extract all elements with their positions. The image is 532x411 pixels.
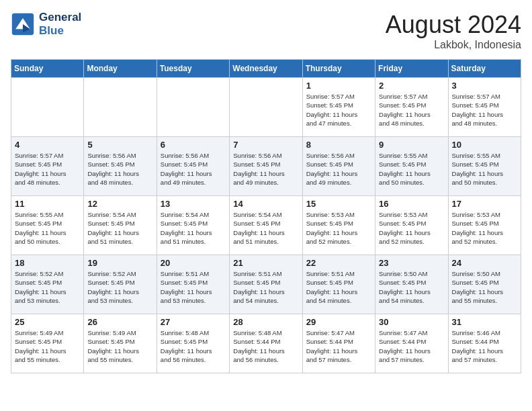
day-info: Sunrise: 5:52 AM Sunset: 5:45 PM Dayligh…: [87, 269, 152, 305]
day-number: 1: [306, 81, 371, 91]
day-info: Sunrise: 5:57 AM Sunset: 5:45 PM Dayligh…: [306, 92, 371, 128]
day-number: 7: [233, 140, 298, 150]
day-number: 16: [379, 199, 444, 209]
calendar-cell: 6Sunrise: 5:56 AM Sunset: 5:45 PM Daylig…: [157, 137, 229, 196]
day-number: 9: [379, 140, 444, 150]
week-row-5: 25Sunrise: 5:49 AM Sunset: 5:45 PM Dayli…: [11, 314, 521, 373]
col-header-monday: Monday: [84, 60, 157, 78]
col-header-thursday: Thursday: [302, 60, 375, 78]
col-header-friday: Friday: [375, 60, 448, 78]
day-info: Sunrise: 5:49 AM Sunset: 5:45 PM Dayligh…: [15, 328, 80, 364]
day-info: Sunrise: 5:51 AM Sunset: 5:45 PM Dayligh…: [161, 269, 226, 305]
col-header-tuesday: Tuesday: [157, 60, 229, 78]
day-number: 2: [379, 81, 444, 91]
calendar-cell: 17Sunrise: 5:53 AM Sunset: 5:45 PM Dayli…: [448, 196, 521, 255]
logo-icon: [11, 12, 35, 36]
day-info: Sunrise: 5:55 AM Sunset: 5:45 PM Dayligh…: [452, 151, 517, 187]
day-info: Sunrise: 5:53 AM Sunset: 5:45 PM Dayligh…: [379, 210, 444, 246]
calendar-cell: 2Sunrise: 5:57 AM Sunset: 5:45 PM Daylig…: [375, 78, 448, 137]
calendar-cell: 27Sunrise: 5:48 AM Sunset: 5:45 PM Dayli…: [157, 314, 229, 373]
day-number: 18: [15, 258, 80, 268]
calendar-cell: 20Sunrise: 5:51 AM Sunset: 5:45 PM Dayli…: [157, 255, 229, 314]
page-header: General Blue August 2024 Lakbok, Indones…: [11, 11, 521, 51]
calendar-cell: 11Sunrise: 5:55 AM Sunset: 5:45 PM Dayli…: [11, 196, 84, 255]
calendar-cell: 29Sunrise: 5:47 AM Sunset: 5:44 PM Dayli…: [302, 314, 375, 373]
calendar-cell: 9Sunrise: 5:55 AM Sunset: 5:45 PM Daylig…: [375, 137, 448, 196]
header-row: SundayMondayTuesdayWednesdayThursdayFrid…: [11, 60, 521, 78]
calendar-cell: 25Sunrise: 5:49 AM Sunset: 5:45 PM Dayli…: [11, 314, 84, 373]
calendar-cell: 19Sunrise: 5:52 AM Sunset: 5:45 PM Dayli…: [84, 255, 157, 314]
day-info: Sunrise: 5:57 AM Sunset: 5:45 PM Dayligh…: [15, 151, 80, 187]
day-number: 10: [452, 140, 517, 150]
month-year: August 2024: [386, 11, 521, 39]
calendar-cell: [230, 78, 302, 137]
day-info: Sunrise: 5:50 AM Sunset: 5:45 PM Dayligh…: [379, 269, 444, 305]
day-info: Sunrise: 5:47 AM Sunset: 5:44 PM Dayligh…: [379, 328, 444, 364]
day-number: 23: [379, 258, 444, 268]
day-number: 6: [161, 140, 226, 150]
day-info: Sunrise: 5:57 AM Sunset: 5:45 PM Dayligh…: [452, 92, 517, 128]
day-info: Sunrise: 5:57 AM Sunset: 5:45 PM Dayligh…: [379, 92, 444, 128]
calendar-cell: 14Sunrise: 5:54 AM Sunset: 5:45 PM Dayli…: [230, 196, 302, 255]
day-number: 20: [161, 258, 226, 268]
day-number: 26: [87, 317, 152, 327]
day-number: 4: [15, 140, 80, 150]
location: Lakbok, Indonesia: [386, 39, 521, 51]
day-number: 28: [233, 317, 298, 327]
calendar-cell: 21Sunrise: 5:51 AM Sunset: 5:45 PM Dayli…: [230, 255, 302, 314]
day-info: Sunrise: 5:54 AM Sunset: 5:45 PM Dayligh…: [161, 210, 226, 246]
calendar-cell: [11, 78, 84, 137]
day-number: 13: [161, 199, 226, 209]
day-info: Sunrise: 5:55 AM Sunset: 5:45 PM Dayligh…: [15, 210, 80, 246]
col-header-wednesday: Wednesday: [230, 60, 302, 78]
day-number: 12: [87, 199, 152, 209]
day-info: Sunrise: 5:53 AM Sunset: 5:45 PM Dayligh…: [452, 210, 517, 246]
calendar-table: SundayMondayTuesdayWednesdayThursdayFrid…: [11, 59, 521, 373]
day-number: 17: [452, 199, 517, 209]
day-info: Sunrise: 5:56 AM Sunset: 5:45 PM Dayligh…: [87, 151, 152, 187]
title-block: August 2024 Lakbok, Indonesia: [386, 11, 521, 51]
calendar-cell: 15Sunrise: 5:53 AM Sunset: 5:45 PM Dayli…: [302, 196, 375, 255]
calendar-cell: 23Sunrise: 5:50 AM Sunset: 5:45 PM Dayli…: [375, 255, 448, 314]
day-info: Sunrise: 5:56 AM Sunset: 5:45 PM Dayligh…: [306, 151, 371, 187]
calendar-cell: [84, 78, 157, 137]
day-number: 27: [161, 317, 226, 327]
calendar-cell: 3Sunrise: 5:57 AM Sunset: 5:45 PM Daylig…: [448, 78, 521, 137]
day-info: Sunrise: 5:55 AM Sunset: 5:45 PM Dayligh…: [379, 151, 444, 187]
calendar-cell: 26Sunrise: 5:49 AM Sunset: 5:45 PM Dayli…: [84, 314, 157, 373]
week-row-1: 1Sunrise: 5:57 AM Sunset: 5:45 PM Daylig…: [11, 78, 521, 137]
day-number: 31: [452, 317, 517, 327]
calendar-cell: 24Sunrise: 5:50 AM Sunset: 5:45 PM Dayli…: [448, 255, 521, 314]
calendar-cell: 7Sunrise: 5:56 AM Sunset: 5:45 PM Daylig…: [230, 137, 302, 196]
day-number: 30: [379, 317, 444, 327]
day-number: 24: [452, 258, 517, 268]
calendar-cell: 10Sunrise: 5:55 AM Sunset: 5:45 PM Dayli…: [448, 137, 521, 196]
day-number: 5: [87, 140, 152, 150]
calendar-cell: 16Sunrise: 5:53 AM Sunset: 5:45 PM Dayli…: [375, 196, 448, 255]
day-info: Sunrise: 5:49 AM Sunset: 5:45 PM Dayligh…: [87, 328, 152, 364]
day-info: Sunrise: 5:56 AM Sunset: 5:45 PM Dayligh…: [161, 151, 226, 187]
calendar-cell: 4Sunrise: 5:57 AM Sunset: 5:45 PM Daylig…: [11, 137, 84, 196]
day-number: 15: [306, 199, 371, 209]
day-info: Sunrise: 5:54 AM Sunset: 5:45 PM Dayligh…: [87, 210, 152, 246]
day-info: Sunrise: 5:51 AM Sunset: 5:45 PM Dayligh…: [306, 269, 371, 305]
calendar-cell: 31Sunrise: 5:46 AM Sunset: 5:44 PM Dayli…: [448, 314, 521, 373]
logo-text: General Blue: [39, 11, 81, 38]
day-info: Sunrise: 5:53 AM Sunset: 5:45 PM Dayligh…: [306, 210, 371, 246]
calendar-cell: 28Sunrise: 5:48 AM Sunset: 5:44 PM Dayli…: [230, 314, 302, 373]
day-number: 14: [233, 199, 298, 209]
calendar-cell: 1Sunrise: 5:57 AM Sunset: 5:45 PM Daylig…: [302, 78, 375, 137]
week-row-3: 11Sunrise: 5:55 AM Sunset: 5:45 PM Dayli…: [11, 196, 521, 255]
calendar-cell: 22Sunrise: 5:51 AM Sunset: 5:45 PM Dayli…: [302, 255, 375, 314]
day-number: 29: [306, 317, 371, 327]
day-number: 21: [233, 258, 298, 268]
col-header-saturday: Saturday: [448, 60, 521, 78]
day-info: Sunrise: 5:50 AM Sunset: 5:45 PM Dayligh…: [452, 269, 517, 305]
calendar-cell: 8Sunrise: 5:56 AM Sunset: 5:45 PM Daylig…: [302, 137, 375, 196]
calendar-cell: 12Sunrise: 5:54 AM Sunset: 5:45 PM Dayli…: [84, 196, 157, 255]
day-number: 3: [452, 81, 517, 91]
day-number: 22: [306, 258, 371, 268]
day-number: 19: [87, 258, 152, 268]
day-info: Sunrise: 5:48 AM Sunset: 5:45 PM Dayligh…: [161, 328, 226, 364]
day-info: Sunrise: 5:46 AM Sunset: 5:44 PM Dayligh…: [452, 328, 517, 364]
